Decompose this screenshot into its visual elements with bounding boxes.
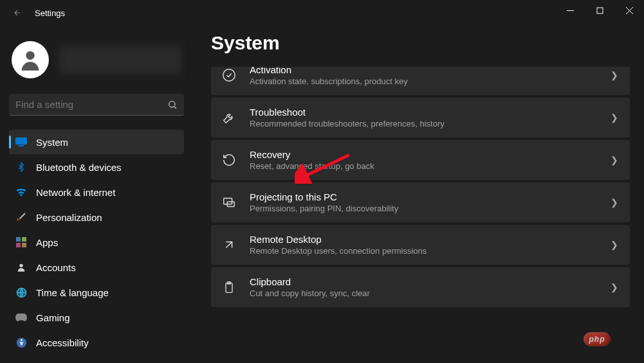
chevron-right-icon: ❯ <box>611 112 618 123</box>
svg-rect-12 <box>22 243 26 247</box>
card-desc: Permissions, pairing PIN, discoverabilit… <box>250 204 598 213</box>
nav-label: Accessibility <box>36 337 89 348</box>
svg-rect-18 <box>224 199 232 204</box>
apps-icon <box>15 236 27 248</box>
avatar <box>12 41 49 78</box>
svg-point-5 <box>169 101 175 107</box>
settings-list: Activation Activation state, subscriptio… <box>211 67 630 307</box>
profile[interactable] <box>9 32 184 91</box>
window-controls <box>555 0 644 21</box>
projecting-icon <box>221 195 237 210</box>
back-button[interactable] <box>12 7 23 19</box>
nav-label: Apps <box>36 237 58 248</box>
svg-rect-11 <box>16 243 21 247</box>
card-desc: Recommended troubleshooters, preferences… <box>250 119 598 128</box>
svg-point-17 <box>223 69 235 81</box>
sidebar-item-accounts[interactable]: Accounts <box>9 255 184 279</box>
troubleshoot-icon <box>221 110 237 125</box>
card-activation[interactable]: Activation Activation state, subscriptio… <box>211 67 630 95</box>
sidebar: System Bluetooth & devices Network & int… <box>0 26 193 363</box>
card-recovery[interactable]: Recovery Reset, advanced startup, go bac… <box>211 140 630 180</box>
chevron-right-icon: ❯ <box>611 282 618 292</box>
svg-point-13 <box>19 264 23 267</box>
card-title: Projecting to this PC <box>250 191 598 202</box>
svg-point-4 <box>26 51 34 60</box>
wifi-icon <box>15 186 27 198</box>
nav-label: Bluetooth & devices <box>36 162 122 173</box>
nav-label: Gaming <box>36 312 70 323</box>
card-title: Troubleshoot <box>250 107 598 118</box>
main: System Activation Activation state, subs… <box>193 26 644 363</box>
card-desc: Activation state, subscriptions, product… <box>250 76 598 86</box>
svg-rect-7 <box>15 137 27 145</box>
maximize-button[interactable] <box>585 0 614 21</box>
system-icon <box>15 136 27 148</box>
svg-rect-10 <box>22 237 26 242</box>
card-remote-desktop[interactable]: Remote Desktop Remote Desktop users, con… <box>211 225 630 265</box>
chevron-right-icon: ❯ <box>611 155 618 165</box>
nav-label: Network & internet <box>36 187 115 198</box>
card-title: Activation <box>250 67 598 75</box>
minimize-button[interactable] <box>555 0 585 21</box>
page-title: System <box>211 32 630 54</box>
remote-desktop-icon <box>221 237 237 252</box>
card-title: Remote Desktop <box>250 234 598 245</box>
recovery-icon <box>221 152 237 168</box>
svg-rect-1 <box>597 8 603 13</box>
sidebar-item-gaming[interactable]: Gaming <box>9 305 184 330</box>
sidebar-item-personalization[interactable]: Personalization <box>9 205 184 229</box>
php-watermark: php <box>584 332 611 346</box>
paintbrush-icon <box>15 211 27 223</box>
svg-rect-8 <box>19 145 24 146</box>
window-title: Settings <box>35 8 65 18</box>
chevron-right-icon: ❯ <box>611 70 618 80</box>
search-input[interactable] <box>9 94 184 116</box>
close-button[interactable] <box>614 0 644 21</box>
nav-label: Personalization <box>36 212 102 223</box>
profile-name-redacted <box>59 46 181 74</box>
card-desc: Remote Desktop users, connection permiss… <box>250 246 598 256</box>
gaming-icon <box>15 312 27 323</box>
chevron-right-icon: ❯ <box>611 197 618 208</box>
titlebar: Settings <box>0 0 644 26</box>
nav-label: Accounts <box>36 262 76 273</box>
card-title: Clipboard <box>250 276 598 287</box>
search-icon <box>167 100 178 110</box>
nav-label: Time & language <box>36 287 109 298</box>
card-desc: Reset, advanced startup, go back <box>250 161 598 171</box>
sidebar-item-apps[interactable]: Apps <box>9 230 184 254</box>
sidebar-item-time-language[interactable]: Time & language <box>9 280 184 305</box>
card-clipboard[interactable]: Clipboard Cut and copy history, sync, cl… <box>211 267 630 307</box>
search-field[interactable] <box>15 99 167 110</box>
card-troubleshoot[interactable]: Troubleshoot Recommended troubleshooters… <box>211 98 630 137</box>
card-desc: Cut and copy history, sync, clear <box>250 288 598 298</box>
accounts-icon <box>15 261 27 273</box>
activation-icon <box>221 67 237 83</box>
bluetooth-icon <box>15 161 27 173</box>
svg-line-6 <box>174 107 176 109</box>
sidebar-item-accessibility[interactable]: Accessibility <box>9 330 184 355</box>
svg-rect-9 <box>16 237 21 242</box>
globe-icon <box>15 287 27 298</box>
sidebar-item-system[interactable]: System <box>9 130 184 154</box>
chevron-right-icon: ❯ <box>611 240 618 250</box>
card-projecting[interactable]: Projecting to this PC Permissions, pairi… <box>211 182 630 222</box>
clipboard-icon <box>221 279 237 295</box>
accessibility-icon <box>15 337 27 348</box>
card-title: Recovery <box>250 149 598 160</box>
nav: System Bluetooth & devices Network & int… <box>9 130 184 355</box>
sidebar-item-bluetooth[interactable]: Bluetooth & devices <box>9 155 184 179</box>
nav-label: System <box>36 137 68 148</box>
sidebar-item-network[interactable]: Network & internet <box>9 180 184 204</box>
svg-point-16 <box>21 339 23 341</box>
